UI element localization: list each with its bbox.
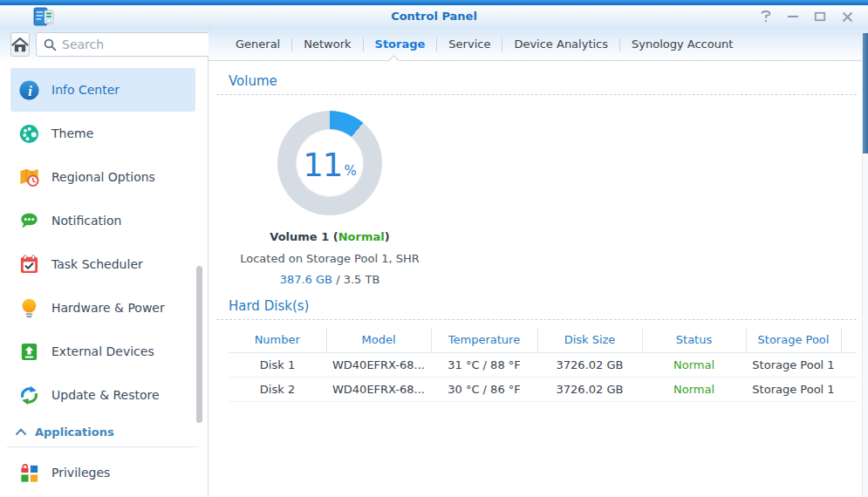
volume-used-space: 387.6 GB: [280, 273, 332, 286]
tab-device-analytics[interactable]: Device Analytics: [502, 28, 619, 60]
volume-percent-unit: %: [344, 163, 356, 179]
app-body: i Info Center: [0, 28, 868, 497]
sidebar-section-applications[interactable]: Applications: [0, 417, 208, 446]
heading-divider: [216, 319, 857, 320]
sidebar-menu: i Info Center: [0, 61, 208, 494]
volume-percent-value: 11: [303, 149, 342, 181]
sidebar-toolbar: [0, 28, 208, 61]
search-icon: [44, 38, 57, 51]
disk-temperature: 31 °C / 88 °F: [431, 352, 537, 377]
volume-location: Located on Storage Pool 1, SHR: [240, 252, 420, 265]
disk-model: WD40EFRX-68...: [326, 377, 431, 401]
sidebar-item-label: Task Scheduler: [51, 257, 143, 271]
section-divider: [7, 446, 199, 447]
control-panel-app-icon: [33, 7, 54, 26]
sidebar-item-privileges[interactable]: Privileges: [10, 451, 195, 494]
donut-center-label: 11 %: [303, 149, 356, 181]
window-controls: [759, 5, 854, 28]
sidebar-item-notification[interactable]: Notification: [10, 199, 195, 242]
disk-status: Normal: [642, 352, 746, 377]
disk-status: Normal: [642, 377, 746, 401]
column-header-status[interactable]: Status: [642, 328, 746, 352]
column-header-filler: [841, 328, 857, 352]
disk-number: Disk 2: [229, 377, 326, 401]
sidebar-item-label: Theme: [51, 126, 93, 140]
sidebar-item-hardware-power[interactable]: Hardware & Power: [10, 286, 195, 330]
sidebar-item-theme[interactable]: Theme: [10, 112, 195, 155]
disk-model: WD40EFRX-68...: [326, 352, 431, 377]
main-scrollbar-track: [862, 33, 868, 497]
home-button[interactable]: [10, 32, 30, 57]
volume-status-badge: Normal: [338, 230, 385, 243]
disk-temperature: 30 °C / 86 °F: [431, 377, 537, 401]
info-icon: i: [17, 78, 40, 101]
sidebar-item-info-center[interactable]: i Info Center: [10, 68, 195, 112]
sidebar-item-update-restore[interactable]: Update & Restore: [10, 373, 195, 417]
hard-disks-heading: Hard Disk(s): [229, 298, 857, 314]
external-drive-eject-icon: [17, 340, 40, 363]
maximize-icon[interactable]: [813, 10, 827, 24]
tab-bar: General Network Storage Service Device A…: [208, 28, 868, 61]
sidebar-scrollbar-thumb[interactable]: [196, 266, 202, 423]
sidebar-item-label: Privileges: [51, 466, 110, 480]
hard-disks-table: Number Model Temperature Disk Size Statu…: [229, 328, 857, 402]
column-header-disk-size[interactable]: Disk Size: [537, 328, 642, 352]
tab-network[interactable]: Network: [292, 28, 362, 60]
table-header-row: Number Model Temperature Disk Size Statu…: [229, 328, 857, 352]
search-box: [36, 32, 222, 57]
sidebar-item-label: Update & Restore: [51, 388, 160, 402]
task-calendar-check-icon: [17, 253, 40, 276]
volume-usage-donut-chart: 11 %: [277, 111, 382, 215]
column-header-model[interactable]: Model: [326, 328, 431, 352]
main-panel: General Network Storage Service Device A…: [208, 28, 868, 497]
sidebar-item-label: Regional Options: [51, 170, 155, 184]
sidebar-item-label: Notification: [51, 214, 121, 228]
control-panel-window: Control Panel: [0, 0, 868, 497]
column-header-temperature[interactable]: Temperature: [431, 328, 537, 352]
disk-storage-pool: Storage Pool 1: [746, 377, 841, 401]
titlebar: Control Panel: [0, 5, 868, 28]
minimize-icon[interactable]: [786, 10, 800, 24]
tab-synology-account[interactable]: Synology Account: [620, 28, 744, 60]
volume-total-space: 3.5 TB: [344, 273, 380, 286]
disk-size: 3726.02 GB: [537, 352, 642, 377]
column-header-storage-pool[interactable]: Storage Pool: [746, 328, 841, 352]
svg-text:i: i: [28, 82, 32, 99]
lightbulb-icon: [17, 296, 40, 319]
section-label: Applications: [35, 426, 114, 439]
disk-size: 3726.02 GB: [537, 377, 642, 401]
home-icon: [11, 37, 29, 52]
search-input[interactable]: [62, 37, 214, 51]
volume-summary: 11 % Volume 1 (Normal) Located on Storag…: [234, 95, 426, 286]
table-row-disk-1[interactable]: Disk 1 WD40EFRX-68... 31 °C / 88 °F 3726…: [229, 352, 857, 377]
tab-general[interactable]: General: [224, 28, 291, 60]
donut-hole: 11 %: [296, 129, 364, 197]
help-icon[interactable]: [759, 10, 773, 24]
sidebar-item-task-scheduler[interactable]: Task Scheduler: [10, 242, 195, 286]
volume-heading: Volume: [229, 73, 857, 89]
privileges-grid-lock-icon: [17, 461, 40, 484]
close-icon[interactable]: [840, 10, 854, 24]
chevron-up-icon: [16, 428, 26, 435]
sidebar-item-label: Hardware & Power: [51, 301, 165, 315]
sidebar-item-label: Info Center: [51, 83, 120, 97]
volume-name: Volume 1 (: [270, 230, 338, 243]
regional-map-clock-icon: [17, 166, 40, 188]
tab-service[interactable]: Service: [437, 28, 502, 60]
update-cycle-icon: [17, 384, 40, 406]
table-row-disk-2[interactable]: Disk 2 WD40EFRX-68... 30 °C / 86 °F 3726…: [229, 377, 857, 401]
window-title: Control Panel: [0, 5, 868, 28]
disk-storage-pool: Storage Pool 1: [746, 352, 841, 377]
notification-bubble-icon: [17, 209, 40, 232]
tab-storage[interactable]: Storage: [364, 28, 437, 60]
main-scrollbar-thumb[interactable]: [863, 33, 868, 153]
storage-tab-content: Volume 11 % Volume 1 (Normal): [208, 73, 868, 402]
sidebar: i Info Center: [0, 28, 208, 497]
disk-number: Disk 1: [229, 352, 326, 377]
theme-palette-icon: [17, 122, 40, 145]
column-header-number[interactable]: Number: [229, 328, 326, 352]
volume-name-status: Volume 1 (Normal): [270, 230, 389, 243]
sidebar-item-regional-options[interactable]: Regional Options: [10, 155, 195, 199]
sidebar-item-label: External Devices: [51, 344, 154, 358]
sidebar-item-external-devices[interactable]: External Devices: [10, 330, 195, 373]
